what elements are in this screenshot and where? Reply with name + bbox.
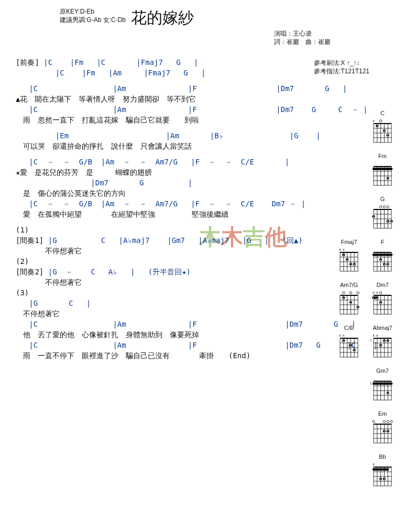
fingerpick-pattern: 參考指法:T121T121 xyxy=(314,67,369,75)
svg-rect-33 xyxy=(374,209,391,210)
svg-text:3: 3 xyxy=(387,392,389,395)
svg-text:4: 4 xyxy=(354,263,355,266)
svg-point-46 xyxy=(387,206,389,208)
svg-text:2: 2 xyxy=(384,339,385,342)
mixed-line: [間奏2] |G － C A♭ | (升半音回★) xyxy=(16,267,320,276)
svg-text:3: 3 xyxy=(387,177,389,180)
chord-line: |C － － G/B |Am － － Am7/G |F － － C/E Dm7 … xyxy=(16,199,320,208)
svg-text:3: 3 xyxy=(357,306,359,309)
chord-line: |C |Am |F |Dm7 G | xyxy=(16,84,320,93)
svg-text:x: x xyxy=(373,334,375,337)
svg-text:2: 2 xyxy=(350,344,352,347)
chord-diagram-label: F xyxy=(381,239,385,245)
svg-rect-85 xyxy=(373,253,392,256)
lyric-line: 不停想著它 xyxy=(16,278,320,287)
svg-text:1: 1 xyxy=(376,125,378,128)
svg-rect-183 xyxy=(373,382,392,384)
chord-diagram-label: Dm7 xyxy=(376,282,388,288)
svg-rect-19 xyxy=(374,166,391,167)
diagram-row: Fm3 xyxy=(326,153,395,189)
svg-text:2: 2 xyxy=(380,258,381,261)
svg-point-201 xyxy=(390,420,392,423)
chord-diagram-label: Gm7 xyxy=(376,368,389,374)
lyric-line: 雨 忽然一直下 打亂這花嫁 騙自己它就要 到啦 xyxy=(16,115,320,125)
diagram-row: C/Exx123Abmaj7xx2342 xyxy=(326,325,395,360)
svg-text:x: x xyxy=(339,334,341,337)
svg-rect-206 xyxy=(374,467,391,468)
lyric-line: 他 丟了愛的他 心像被針扎 身體無助到 像要死掉 xyxy=(16,330,320,339)
chord-line: |C － － G/B |Am － － Am7/G |F － － C/E | xyxy=(16,157,320,167)
svg-rect-172 xyxy=(374,381,391,382)
chord-diagram-label: Bb xyxy=(379,453,386,460)
chord-diagrams-column: Cx123Fm3G234Fmaj7xx1234F234Am7/G123Dm7xx… xyxy=(326,110,395,489)
svg-text:x: x xyxy=(376,291,378,294)
playing-tips: 參考刷法:X ↑_↑↓ 參考指法:T121T121 xyxy=(314,59,369,75)
svg-text:2: 2 xyxy=(387,430,389,433)
chord-lyric-content: [前奏] |C |Fm |C |Fmaj7 G | |C |Fm |Am |Fm… xyxy=(16,58,320,361)
svg-text:x: x xyxy=(343,248,345,251)
chord-diagram-label: Am7/G xyxy=(340,282,358,288)
chord-diagram: Am7/G123 xyxy=(337,282,361,317)
svg-text:1: 1 xyxy=(343,296,344,300)
lyric-line: 雨 一直不停下 眼裡進了沙 騙自己已沒有 牽掛 (End) xyxy=(16,351,320,360)
performer: 演唱：王心凌 xyxy=(274,29,331,38)
section-gap xyxy=(16,79,320,84)
lyric-line: 可以哭 卻還拚命的掙扎 說什麼 只會讓人當笑話 xyxy=(16,141,320,151)
svg-text:3: 3 xyxy=(354,349,355,352)
chord-diagram-label: G xyxy=(380,196,385,202)
chord-diagram-label: Abmaj7 xyxy=(373,325,392,331)
chord-diagram-label: C/E xyxy=(344,325,354,331)
chord-diagram: Abmaj7xx2342 xyxy=(370,325,395,360)
svg-text:3: 3 xyxy=(387,339,389,342)
svg-text:x: x xyxy=(373,291,375,294)
diagram-row: Am7/G123Dm7xx112 xyxy=(326,282,395,317)
chord-diagram: Em23 xyxy=(370,411,395,446)
chord-diagram-grid: x34 xyxy=(370,461,395,489)
svg-text:1: 1 xyxy=(343,339,344,342)
writer-composer: 詞：崔巖 曲：崔巖 xyxy=(274,38,331,46)
svg-text:2: 2 xyxy=(380,301,381,304)
chord-diagram-label: Fm xyxy=(378,153,387,159)
diagram-row: G234 xyxy=(326,196,395,231)
svg-text:3: 3 xyxy=(387,263,389,266)
lyric-line: 是 傷心的蒲公英迷失它的方向 xyxy=(16,189,320,198)
chord-diagram: Bbx34 xyxy=(370,453,395,489)
diagram-row: Bbx34 xyxy=(326,453,395,489)
svg-rect-218 xyxy=(373,468,389,470)
svg-text:3: 3 xyxy=(384,478,385,481)
mixed-line: [前奏] |C |Fm |C |Fmaj7 G | xyxy=(16,58,320,67)
chord-diagram: G234 xyxy=(370,196,395,231)
lyric-line: 不停想著它 xyxy=(16,246,320,256)
svg-text:x: x xyxy=(373,462,375,466)
svg-text:3: 3 xyxy=(350,263,352,266)
chord-diagram-label: C xyxy=(380,110,385,116)
chord-diagram-grid: x123 xyxy=(370,117,395,146)
svg-text:4: 4 xyxy=(387,220,389,223)
svg-text:3: 3 xyxy=(391,220,392,223)
chord-diagram-grid: 234 xyxy=(370,246,395,274)
svg-rect-187 xyxy=(374,424,391,425)
header: 花的嫁紗 xyxy=(0,7,325,29)
svg-text:x: x xyxy=(343,334,345,337)
section-gap xyxy=(16,220,320,225)
svg-text:x: x xyxy=(373,119,375,123)
chord-diagram-grid: xx1234 xyxy=(337,246,361,274)
song-title: 花的嫁紗 xyxy=(0,7,325,29)
chord-diagram: Fm3 xyxy=(370,153,395,189)
svg-text:4: 4 xyxy=(380,478,381,481)
svg-text:1: 1 xyxy=(373,296,375,300)
chord-diagram-grid: 123 xyxy=(337,289,361,317)
lyric-line: 不停想著它 xyxy=(16,309,320,318)
chord-diagram: F234 xyxy=(370,239,395,274)
chord-diagram-label: Fmaj7 xyxy=(341,239,357,245)
section-gap xyxy=(16,126,320,131)
chord-line: |C |Fm |Am |Fmaj7 G | xyxy=(16,68,320,77)
svg-rect-152 xyxy=(374,338,391,339)
diagram-row: Cx123 xyxy=(326,110,395,146)
lyric-line: (2) xyxy=(16,257,320,266)
chord-diagram: Dm7xx112 xyxy=(370,282,395,317)
lyric-line: ★愛 是花兒的芬芳 是 蝴蝶的翅膀 xyxy=(16,168,320,177)
chord-line: |C |Am |F |Dm7 G |C | xyxy=(16,340,320,350)
svg-point-198 xyxy=(373,420,375,423)
mixed-line: [間奏1] |G C |A♭maj7 |Gm7 |A♭maj7 |G | (回▲… xyxy=(16,236,320,245)
